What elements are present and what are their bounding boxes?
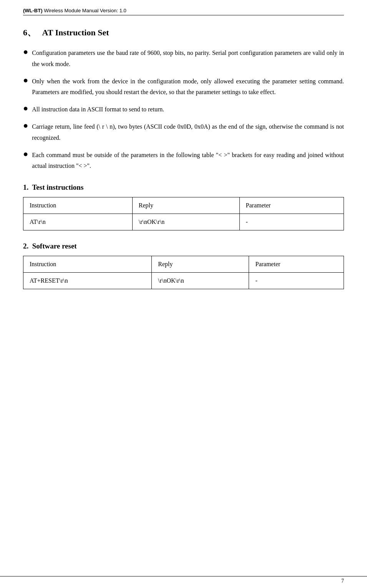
table-cell-reply-2-1: \r\nOK\r\n [152, 273, 249, 289]
section-heading: AT Instruction Set [42, 28, 109, 37]
bullet-section: ● Configuration parameters use the baud … [23, 48, 344, 172]
bullet-item-1: ● Configuration parameters use the baud … [23, 48, 344, 70]
subsection-title-1: 1. Test instructions [23, 183, 344, 192]
table-header-instruction-2: Instruction [23, 256, 152, 273]
table-cell-instruction-1-1: AT\r\n [23, 214, 133, 230]
subsection-heading-2: Software reset [32, 242, 77, 250]
table-header-reply-1: Reply [132, 197, 239, 214]
table-row-1-1: AT\r\n \r\nOK\r\n - [23, 214, 344, 230]
software-reset-table: Instruction Reply Parameter AT+RESET\r\n… [23, 256, 344, 289]
table-header-row-2: Instruction Reply Parameter [23, 256, 344, 273]
table-cell-parameter-2-1: - [249, 273, 344, 289]
bullet-text-5: Each command must be outside of the para… [32, 150, 344, 172]
subsection-title-2: 2. Software reset [23, 242, 344, 250]
table-row-2-1: AT+RESET\r\n \r\nOK\r\n - [23, 273, 344, 289]
bullet-dot-1: ● [23, 47, 28, 57]
bullet-dot-5: ● [23, 149, 28, 159]
subsection-number-1: 1. [23, 183, 28, 191]
header-module-text: Wireless Module [43, 8, 82, 13]
table-cell-instruction-2-1: AT+RESET\r\n [23, 273, 152, 289]
section-title: 6、 AT Instruction Set [23, 27, 344, 38]
bullet-dot-3: ● [23, 103, 28, 113]
bullet-dot-4: ● [23, 121, 28, 131]
test-instructions-table: Instruction Reply Parameter AT\r\n \r\nO… [23, 197, 344, 230]
subsection-number-2: 2. [23, 242, 28, 250]
section-number: 6、 [23, 28, 36, 37]
header-brand: (WL-BT) [23, 8, 43, 13]
subsection-heading-1: Test instructions [32, 183, 83, 191]
page-number: 7 [341, 578, 344, 584]
page-header: (WL-BT) Wireless Module Manual Version: … [23, 8, 344, 15]
table-cell-parameter-1-1: - [239, 214, 344, 230]
table-header-reply-2: Reply [152, 256, 249, 273]
bullet-dot-2: ● [23, 75, 28, 85]
table-header-parameter-1: Parameter [239, 197, 344, 214]
bullet-text-3: All instruction data in ASCII format to … [32, 104, 164, 115]
table-header-row-1: Instruction Reply Parameter [23, 197, 344, 214]
header-title: (WL-BT) Wireless Module Manual Version: … [23, 8, 126, 13]
table-cell-reply-1-1: \r\nOK\r\n [132, 214, 239, 230]
table-header-parameter-2: Parameter [249, 256, 344, 273]
bullet-text-1: Configuration parameters use the baud ra… [32, 48, 344, 70]
bullet-item-3: ● All instruction data in ASCII format t… [23, 104, 344, 115]
bullet-text-4: Carriage return, line feed (\ r \ n), tw… [32, 121, 344, 144]
bullet-item-5: ● Each command must be outside of the pa… [23, 150, 344, 172]
bullet-text-2: Only when the work from the device in th… [32, 76, 344, 98]
bullet-item-2: ● Only when the work from the device in … [23, 76, 344, 98]
table-header-instruction-1: Instruction [23, 197, 133, 214]
page-footer: 7 [0, 576, 367, 584]
bullet-item-4: ● Carriage return, line feed (\ r \ n), … [23, 121, 344, 144]
header-manual: Manual Version: 1.0 [82, 8, 126, 13]
